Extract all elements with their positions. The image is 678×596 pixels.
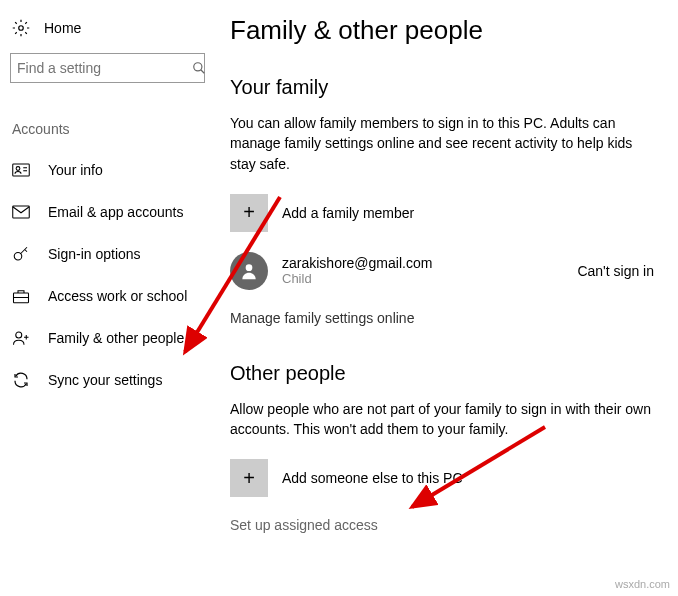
watermark: wsxdn.com [615, 578, 670, 590]
nav-family-people[interactable]: Family & other people [10, 317, 205, 359]
sync-icon [12, 371, 30, 389]
section-label-accounts: Accounts [10, 121, 205, 137]
home-label: Home [44, 20, 81, 36]
svg-point-1 [194, 63, 202, 71]
nav-your-info[interactable]: Your info [10, 149, 205, 191]
mail-icon [12, 203, 30, 221]
plus-icon: + [230, 194, 268, 232]
people-plus-icon [12, 329, 30, 347]
search-icon [192, 61, 206, 75]
person-card-icon [12, 161, 30, 179]
add-family-label: Add a family member [282, 205, 414, 221]
svg-line-2 [201, 70, 205, 74]
add-other-person-button[interactable]: + Add someone else to this PC [230, 459, 658, 497]
nav-label: Sign-in options [48, 246, 141, 262]
avatar [230, 252, 268, 290]
setup-assigned-access-link[interactable]: Set up assigned access [230, 517, 658, 533]
nav-work-school[interactable]: Access work or school [10, 275, 205, 317]
nav-sync-settings[interactable]: Sync your settings [10, 359, 205, 401]
nav-signin-options[interactable]: Sign-in options [10, 233, 205, 275]
page-title: Family & other people [230, 15, 658, 46]
main-content: Family & other people Your family You ca… [215, 0, 678, 596]
svg-rect-3 [13, 164, 30, 176]
your-family-description: You can allow family members to sign in … [230, 113, 658, 174]
nav-label: Family & other people [48, 330, 184, 346]
family-member-row[interactable]: zarakishore@gmail.com Child Can't sign i… [230, 252, 658, 290]
briefcase-icon [12, 287, 30, 305]
add-other-label: Add someone else to this PC [282, 470, 463, 486]
key-icon [12, 245, 30, 263]
search-input[interactable] [17, 60, 192, 76]
person-info: zarakishore@gmail.com Child [282, 255, 563, 286]
nav-label: Access work or school [48, 288, 187, 304]
gear-icon [12, 19, 30, 37]
svg-point-11 [246, 264, 253, 271]
other-people-heading: Other people [230, 362, 658, 385]
other-people-description: Allow people who are not part of your fa… [230, 399, 658, 440]
svg-rect-7 [13, 206, 30, 218]
nav-label: Your info [48, 162, 103, 178]
home-button[interactable]: Home [10, 15, 205, 47]
nav-email-accounts[interactable]: Email & app accounts [10, 191, 205, 233]
svg-point-0 [19, 26, 24, 31]
manage-family-link[interactable]: Manage family settings online [230, 310, 658, 326]
svg-point-4 [16, 167, 20, 171]
search-input-container[interactable] [10, 53, 205, 83]
settings-sidebar: Home Accounts Your info [0, 0, 215, 596]
person-email: zarakishore@gmail.com [282, 255, 563, 271]
plus-icon: + [230, 459, 268, 497]
nav-label: Email & app accounts [48, 204, 183, 220]
add-family-member-button[interactable]: + Add a family member [230, 194, 658, 232]
person-role: Child [282, 271, 563, 286]
nav-label: Sync your settings [48, 372, 162, 388]
person-status: Can't sign in [577, 263, 654, 279]
your-family-heading: Your family [230, 76, 658, 99]
svg-point-10 [16, 332, 22, 338]
